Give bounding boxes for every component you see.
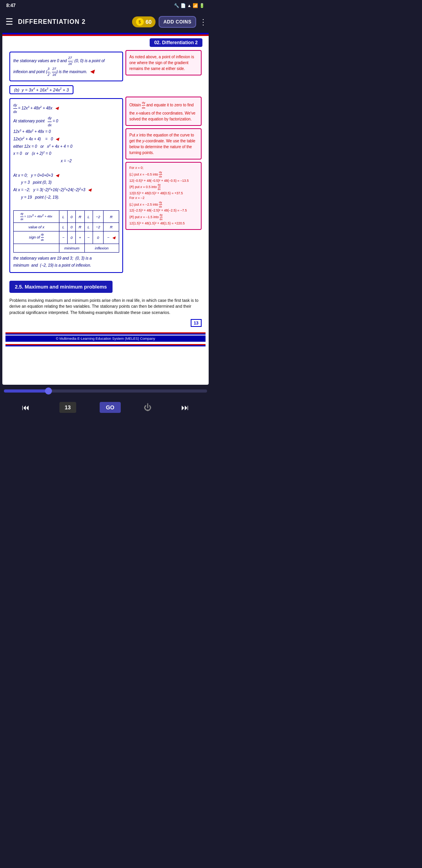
coins-count: 60 (146, 19, 152, 25)
coin-icon: $ (136, 18, 144, 26)
ann4-line5: 12(0.5)³ + 48(0.5)² + 48(0.5) = +37.5 (129, 191, 198, 196)
progress-thumb[interactable] (45, 387, 52, 395)
ann4-line9: (R) put x = −1.5 into dydx (129, 213, 198, 221)
right-col-1: As noted above, a point of inflexion is … (125, 50, 202, 83)
annotation-box-1: As noted above, a point of inflexion is … (125, 50, 202, 75)
arrow-1: ◀ (90, 67, 94, 75)
ann4-line3: 12(−0.5)³ + 48(−0.5)² + 48(−0.5) = −13.5 (129, 179, 198, 183)
eq-label: (b) y = 3x4 + 16x3 + 24x2 + 3 (9, 85, 73, 94)
more-button[interactable]: ⋮ (199, 17, 207, 27)
annotation-text-1: As noted above, a point of inflexion is … (129, 55, 194, 71)
stat-point-line: At stationary point dydx = 0 (13, 115, 119, 128)
footer-text: © Multimedia E-Learning Education System… (5, 335, 206, 342)
ann4-line7: (L) put x = −2.5 into dydx (129, 201, 198, 209)
status-time: 8:47 (6, 3, 16, 8)
body-text: Problems involving maximum and minimum p… (9, 298, 202, 316)
annotation-box-3: Put x into the equation of the curve to … (125, 128, 202, 160)
solution-row: dydx = 12x3 + 48x2 + 48x ◀ At stationary… (9, 97, 202, 274)
x-solutions: x = 0 or (x + 2)2 = 0 (13, 150, 119, 157)
ann4-line10: 12(1.5)³ + 48(1.5)² + 48(1.5) = +220.5 (129, 221, 198, 226)
equation-label-row: (b) y = 3x4 + 16x3 + 24x2 + 3 (9, 83, 202, 97)
row-1: the stationary values are 0 and 2716; (0… (9, 50, 202, 83)
factored-line: 12x(x2 + 4x + 4) = 0 ◀ (13, 135, 119, 143)
footer-lines-bottom (5, 344, 206, 346)
progress-area (0, 386, 211, 396)
top-bar: ☰ DIFFERENTIATION 2 $ 60 ADD COINS ⋮ (0, 11, 211, 33)
go-button[interactable]: GO (100, 402, 121, 413)
coins-badge: $ 60 (132, 16, 156, 27)
ann4-line4: (R) put x = 0.5 into dydx (129, 183, 198, 191)
conclusion-text: the stationary values are 19 and 3; (0, … (13, 255, 119, 269)
bottom-nav: ⏮ 13 GO ⏻ ⏭ (0, 396, 211, 419)
progress-fill (4, 389, 48, 393)
page-content: the stationary values are 0 and 2716; (0… (5, 48, 206, 330)
section-label-row: 02. Differentiation 2 (5, 37, 206, 48)
section-heading: 2.5. Maximum and minimum problems (9, 281, 113, 293)
status-bar: 8:47 🔧 📄 ▲ 📶 🔋 (0, 0, 211, 11)
page-number-box: 13 (191, 319, 202, 327)
y-at-minus2: At x = −2; y = 3(−2)4+16(−2)3+24(−2)2+3 … (13, 186, 119, 194)
either-line: either 12x = 0 or x2 + 4x + 4 = 0 (13, 143, 119, 150)
status-icons: 🔧 📄 ▲ 📶 🔋 (174, 3, 205, 8)
ann4-line2: (L) put x = −0.5 into dydx (129, 170, 198, 179)
content-area: 02. Differentiation 2 the stationary val… (2, 33, 209, 385)
arrow-3: ◀ (55, 135, 59, 143)
annotation-box-4: For x = 0; (L) put x = −0.5 into dydx 12… (125, 162, 202, 230)
menu-button[interactable]: ☰ (4, 15, 15, 29)
progress-track[interactable] (4, 389, 207, 393)
cubic-line: 12x3 + 48x2 + 48x = 0 (13, 128, 119, 135)
stationary-values-box-1: the stationary values are 0 and 2716; (0… (9, 52, 123, 81)
nature-table: dydx = 12x3 + 48x2 + 48x L0RL−2R value o… (13, 210, 119, 253)
ann4-line8: 12(−2.5)³ + 48(−2.5)² + 48(−2.5) = −7.5 (129, 208, 198, 213)
app-title: DIFFERENTIATION 2 (18, 18, 129, 25)
page-num-nav: 13 (59, 402, 77, 413)
left-col-1: the stationary values are 0 and 2716; (0… (9, 50, 123, 83)
deriv-line: dydx = 12x3 + 48x2 + 48x ◀ (13, 102, 119, 115)
arrow-4: ◀ (55, 172, 59, 179)
add-coins-button[interactable]: ADD COINS (159, 16, 196, 28)
y-val-0: y = 3 point (0, 3) (13, 179, 119, 186)
annotation-box-2: Obtain dydx and equate it to zero to fin… (125, 97, 202, 126)
ann4-line6: For x = −2 (129, 196, 198, 201)
ann4-line1: For x = 0; (129, 166, 198, 170)
arrow-5: ◀ (88, 186, 91, 194)
x-value-2: x = −2 (13, 158, 119, 165)
annotation-text-2: Obtain dydx and equate it to zero to fin… (129, 103, 195, 121)
y-at-0: At x = 0; y = 0+0+0+3 ◀ (13, 172, 119, 179)
prev-button[interactable]: ⏮ (16, 401, 36, 414)
arrow-2: ◀ (55, 104, 58, 112)
section-heading-row: 2.5. Maximum and minimum problems (9, 278, 202, 296)
next-button[interactable]: ⏭ (175, 401, 195, 414)
arrow-6: ◀ (112, 234, 115, 241)
right-annotations: Obtain dydx and equate it to zero to fin… (125, 97, 202, 274)
power-button[interactable]: ⏻ (144, 403, 152, 412)
section-label: 02. Differentiation 2 (150, 38, 202, 47)
solution-left: dydx = 12x3 + 48x2 + 48x ◀ At stationary… (9, 97, 123, 274)
page-num-container: 13 (9, 317, 202, 328)
annotation-text-3: Put x into the equation of the curve to … (129, 133, 195, 155)
top-border-lines (2, 33, 209, 36)
solution-box: dydx = 12x3 + 48x2 + 48x ◀ At stationary… (9, 98, 123, 273)
y-val-minus2: y = 19 point (−2, 19). (13, 194, 119, 201)
footer-lines (5, 332, 206, 335)
